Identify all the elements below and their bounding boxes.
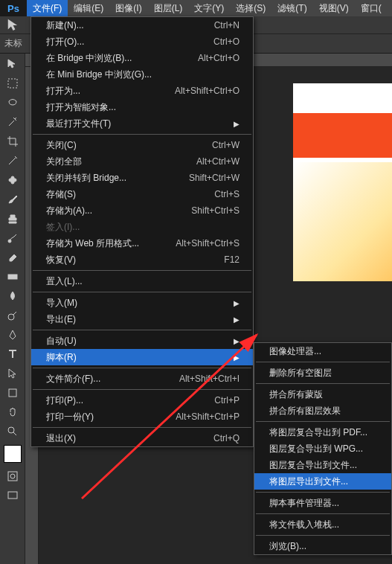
hand-tool[interactable] xyxy=(1,403,24,421)
file-menu-item[interactable]: 脚本(R)▶ xyxy=(31,349,253,365)
file-menu-item[interactable]: 关闭(C)Ctrl+W xyxy=(31,137,253,153)
script-submenu-item[interactable]: 图层复合导出到 WPG... xyxy=(254,440,391,457)
script-submenu-item[interactable]: 删除所有空图层 xyxy=(254,365,391,381)
canvas-content-orange xyxy=(293,113,392,158)
menu-separator xyxy=(33,330,251,330)
menubar-item-filter[interactable]: 滤镜(T) xyxy=(271,0,312,16)
menu-item-label: 恢复(V) xyxy=(46,254,76,266)
lasso-tool[interactable] xyxy=(1,94,24,112)
menubar-item-window[interactable]: 窗口( xyxy=(355,0,388,16)
file-menu-item[interactable]: 关闭全部Alt+Ctrl+W xyxy=(31,153,253,170)
menu-item-label: 文件简介(F)... xyxy=(46,373,100,385)
menu-item-shortcut: Alt+Shift+Ctrl+O xyxy=(175,86,240,96)
move-tool[interactable] xyxy=(1,55,24,73)
svg-point-9 xyxy=(10,474,15,478)
script-submenu-item[interactable]: 拼合所有图层效果 xyxy=(254,403,391,419)
menu-item-label: 图层复合导出到文件... xyxy=(269,459,357,472)
file-menu-item[interactable]: 在 Mini Bridge 中浏览(G)... xyxy=(31,66,253,83)
file-menu-item[interactable]: 在 Bridge 中浏览(B)...Alt+Ctrl+O xyxy=(31,50,253,66)
menubar-item-layer[interactable]: 图层(L) xyxy=(148,0,189,16)
script-submenu-item[interactable]: 脚本事件管理器... xyxy=(254,495,391,511)
screenmode-toggle[interactable] xyxy=(1,487,24,504)
file-menu-item[interactable]: 退出(X)Ctrl+Q xyxy=(31,430,253,446)
script-submenu-panel: 图像处理器...删除所有空图层拼合所有蒙版拼合所有图层效果将图层复合导出到 PD… xyxy=(254,342,392,555)
move-tool-icon xyxy=(6,18,22,33)
script-submenu-item[interactable]: 图像处理器... xyxy=(254,343,391,359)
submenu-arrow-icon: ▶ xyxy=(234,353,240,362)
script-submenu-item[interactable]: 将图层复合导出到 PDF... xyxy=(254,424,391,440)
menubar-item-image[interactable]: 图像(I) xyxy=(109,0,147,16)
file-menu-item[interactable]: 关闭并转到 Bridge...Shift+Ctrl+W xyxy=(31,170,253,186)
marquee-tool[interactable] xyxy=(1,74,24,92)
file-menu-item[interactable]: 存储为 Web 所用格式...Alt+Shift+Ctrl+S xyxy=(31,235,253,251)
submenu-arrow-icon: ▶ xyxy=(234,337,240,345)
script-submenu-item[interactable]: 将文件载入堆栈... xyxy=(254,516,391,533)
file-menu-item[interactable]: 最近打开文件(T)▶ xyxy=(31,115,253,132)
menubar-item-view[interactable]: 视图(V) xyxy=(313,0,355,16)
menu-item-label: 存储为 Web 所用格式... xyxy=(46,237,139,250)
toolbox xyxy=(0,54,25,564)
menu-item-shortcut: Alt+Ctrl+W xyxy=(196,156,240,167)
svg-rect-10 xyxy=(8,492,17,499)
file-menu-item[interactable]: 新建(N)...Ctrl+N xyxy=(31,17,253,33)
file-menu-item[interactable]: 置入(L)... xyxy=(31,273,253,289)
shape-tool[interactable] xyxy=(1,384,24,402)
script-submenu-item[interactable]: 浏览(B)... xyxy=(254,538,391,554)
menu-item-label: 图像处理器... xyxy=(269,345,321,358)
file-menu-item[interactable]: 打印一份(Y)Alt+Shift+Ctrl+P xyxy=(31,408,253,425)
menu-item-label: 导入(M) xyxy=(46,297,77,310)
menu-separator xyxy=(33,389,251,390)
document-tab[interactable]: 未标 xyxy=(4,37,22,50)
healing-tool[interactable] xyxy=(1,171,24,189)
quickmask-toggle[interactable] xyxy=(1,467,24,485)
history-brush-tool[interactable] xyxy=(1,229,24,247)
gradient-tool[interactable] xyxy=(1,268,24,286)
menu-item-label: 将文件载入堆栈... xyxy=(269,519,339,531)
crop-tool[interactable] xyxy=(1,132,24,150)
blur-tool[interactable] xyxy=(1,287,24,305)
file-menu-item[interactable]: 打开为智能对象... xyxy=(31,99,253,115)
menu-item-shortcut: Ctrl+P xyxy=(214,395,240,406)
menu-item-label: 将图层导出到文件... xyxy=(269,475,348,488)
menu-separator xyxy=(256,492,390,493)
file-menu-item[interactable]: 导出(E)▶ xyxy=(31,311,253,327)
script-submenu-item[interactable]: 将图层导出到文件... xyxy=(254,473,391,490)
menu-separator xyxy=(33,368,251,368)
document-canvas[interactable] xyxy=(293,83,392,281)
zoom-tool[interactable] xyxy=(1,423,24,440)
file-menu-panel: 新建(N)...Ctrl+N打开(O)...Ctrl+O在 Bridge 中浏览… xyxy=(30,16,254,447)
file-menu-item[interactable]: 存储(S)Ctrl+S xyxy=(31,186,253,202)
foreground-background-swatch[interactable] xyxy=(4,445,22,463)
file-menu-item[interactable]: 存储为(A)...Shift+Ctrl+S xyxy=(31,202,253,219)
dodge-tool[interactable] xyxy=(1,307,24,324)
menu-separator xyxy=(33,427,251,428)
file-menu-item: 签入(I)... xyxy=(31,219,253,235)
menu-separator xyxy=(33,270,251,271)
menu-item-label: 打印一份(Y) xyxy=(46,411,94,423)
menubar-item-select[interactable]: 选择(S) xyxy=(230,0,271,16)
pen-tool[interactable] xyxy=(1,326,24,344)
eyedropper-tool[interactable] xyxy=(1,152,24,170)
file-menu-item[interactable]: 打开(O)...Ctrl+O xyxy=(31,33,253,50)
file-menu-item[interactable]: 恢复(V)F12 xyxy=(31,251,253,268)
script-submenu-item[interactable]: 拼合所有蒙版 xyxy=(254,386,391,403)
stamp-tool[interactable] xyxy=(1,210,24,228)
app-logo: Ps xyxy=(0,0,27,16)
menubar-item-edit[interactable]: 编辑(E) xyxy=(68,0,109,16)
file-menu-item[interactable]: 自动(U)▶ xyxy=(31,333,253,349)
eraser-tool[interactable] xyxy=(1,249,24,266)
brush-tool[interactable] xyxy=(1,190,24,208)
file-menu-item[interactable]: 打开为...Alt+Shift+Ctrl+O xyxy=(31,83,253,99)
menubar-item-text[interactable]: 文字(Y) xyxy=(188,0,230,16)
menu-item-shortcut: F12 xyxy=(224,254,240,265)
path-select-tool[interactable] xyxy=(1,365,24,382)
wand-tool[interactable] xyxy=(1,113,24,131)
file-menu-item[interactable]: 文件简介(F)...Alt+Shift+Ctrl+I xyxy=(31,371,253,387)
file-menu-item[interactable]: 打印(P)...Ctrl+P xyxy=(31,392,253,408)
script-submenu-item[interactable]: 图层复合导出到文件... xyxy=(254,457,391,473)
menubar-item-file[interactable]: 文件(F) xyxy=(27,0,68,16)
type-tool[interactable] xyxy=(1,345,24,363)
menu-separator xyxy=(256,535,390,536)
file-menu-item[interactable]: 导入(M)▶ xyxy=(31,295,253,311)
svg-rect-2 xyxy=(11,176,14,184)
